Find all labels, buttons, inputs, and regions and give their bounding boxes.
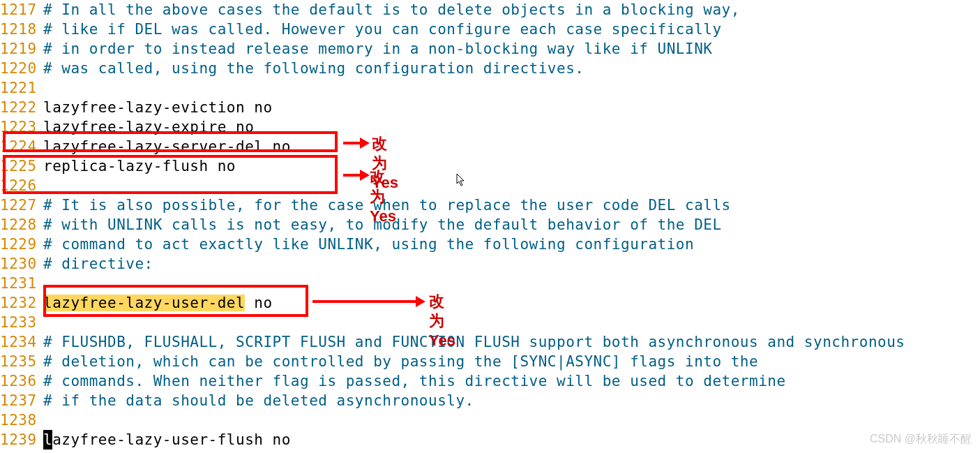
line-text: # with UNLINK calls is not easy, to modi…: [43, 215, 980, 235]
line-text: # FLUSHDB, FLUSHALL, SCRIPT FLUSH and FU…: [43, 332, 980, 352]
line-text: # command to act exactly like UNLINK, us…: [43, 235, 980, 254]
line-number: 1221: [0, 78, 43, 98]
code-line: 1238: [0, 410, 980, 430]
code-line: 1220# was called, using the following co…: [0, 59, 980, 78]
line-number: 1237: [0, 391, 43, 410]
line-number: 1226: [0, 176, 43, 195]
line-number: 1233: [0, 313, 43, 332]
code-line: 1218# like if DEL was called. However yo…: [0, 20, 980, 39]
code-line: 1219# in order to instead release memory…: [0, 39, 980, 59]
code-line: 1227# It is also possible, for the case …: [0, 195, 980, 215]
line-number: 1224: [0, 137, 43, 156]
line-text: # if the data should be deleted asynchro…: [43, 391, 980, 410]
code-line: 1234# FLUSHDB, FLUSHALL, SCRIPT FLUSH an…: [0, 332, 980, 352]
line-text: # It is also possible, for the case when…: [43, 195, 980, 215]
search-highlight: lazyfree-lazy-user-del: [43, 295, 245, 311]
code-line: 1236# commands. When neither flag is pas…: [0, 371, 980, 391]
line-number: 1225: [0, 156, 43, 176]
line-number: 1222: [0, 98, 43, 117]
code-line: 1228# with UNLINK calls is not easy, to …: [0, 215, 980, 235]
line-number: 1228: [0, 215, 43, 235]
line-text: # deletion, which can be controlled by p…: [43, 352, 980, 371]
code-line: 1221: [0, 78, 980, 98]
line-text: lazyfree-lazy-user-del no: [43, 293, 980, 313]
code-line: 1222lazyfree-lazy-eviction no: [0, 98, 980, 117]
line-number: 1217: [0, 0, 43, 20]
line-number: 1220: [0, 59, 43, 78]
line-number: 1229: [0, 235, 43, 254]
code-line: 1223lazyfree-lazy-expire no: [0, 117, 980, 137]
line-text: # was called, using the following config…: [43, 59, 980, 78]
code-line: 1226: [0, 176, 980, 195]
line-number: 1234: [0, 332, 43, 352]
line-number: 1238: [0, 410, 43, 430]
line-number: 1239: [0, 430, 43, 450]
code-line: 1232lazyfree-lazy-user-del no: [0, 293, 980, 313]
line-text: # In all the above cases the default is …: [43, 0, 980, 20]
code-line: 1235# deletion, which can be controlled …: [0, 352, 980, 371]
code-line: 1231: [0, 274, 980, 293]
line-number: 1236: [0, 371, 43, 391]
code-viewer[interactable]: 1217# In all the above cases the default…: [0, 0, 980, 450]
line-number: 1218: [0, 20, 43, 39]
line-number: 1231: [0, 274, 43, 293]
line-number: 1232: [0, 293, 43, 313]
watermark-text: CSDN @秋秋睡不醒: [870, 429, 972, 449]
line-text: lazyfree-lazy-eviction no: [43, 98, 980, 117]
code-line: 1230# directive:: [0, 254, 980, 274]
code-line: 1229# command to act exactly like UNLINK…: [0, 235, 980, 254]
code-line: 1239lazyfree-lazy-user-flush no: [0, 430, 980, 450]
line-text: # directive:: [43, 254, 980, 274]
line-number: 1227: [0, 195, 43, 215]
line-number: 1219: [0, 39, 43, 59]
line-text: lazyfree-lazy-user-flush no: [43, 430, 980, 450]
line-text: # commands. When neither flag is passed,…: [43, 371, 980, 391]
line-text: lazyfree-lazy-server-del no: [43, 137, 980, 156]
line-text: # like if DEL was called. However you ca…: [43, 20, 980, 39]
line-text: # in order to instead release memory in …: [43, 39, 980, 59]
line-text: replica-lazy-flush no: [43, 156, 980, 176]
text-cursor: l: [43, 430, 52, 450]
line-number: 1223: [0, 117, 43, 137]
line-text: lazyfree-lazy-expire no: [43, 117, 980, 137]
code-line: 1225replica-lazy-flush no: [0, 156, 980, 176]
code-line: 1217# In all the above cases the default…: [0, 0, 980, 20]
code-line: 1233: [0, 313, 980, 332]
line-number: 1230: [0, 254, 43, 274]
code-line: 1224lazyfree-lazy-server-del no: [0, 137, 980, 156]
code-line: 1237# if the data should be deleted asyn…: [0, 391, 980, 410]
line-number: 1235: [0, 352, 43, 371]
